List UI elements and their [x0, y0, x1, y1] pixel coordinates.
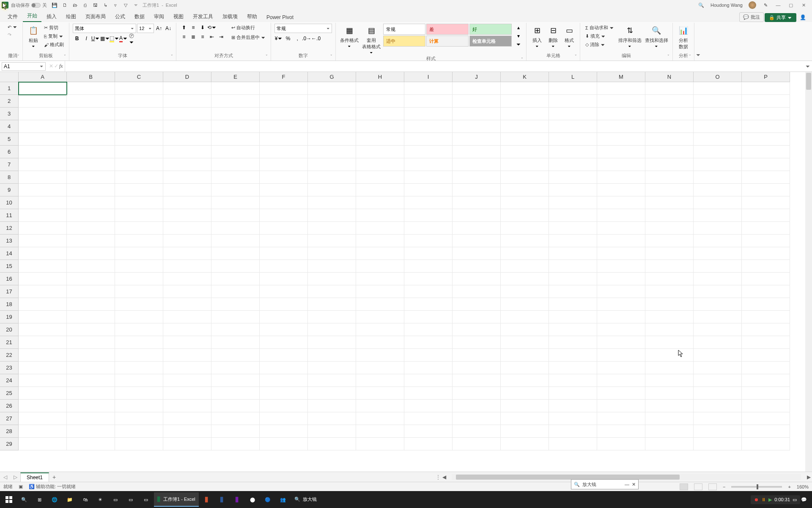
cell[interactable] — [115, 247, 163, 260]
cell[interactable] — [356, 209, 404, 222]
row-header[interactable]: 24 — [0, 374, 19, 387]
sheet-tab[interactable]: Sheet1 — [20, 472, 49, 482]
view-normal-icon[interactable] — [680, 483, 688, 490]
fx-icon[interactable]: fx — [59, 63, 63, 69]
cell[interactable] — [356, 196, 404, 209]
indent-decrease-icon[interactable]: ⇤ — [208, 33, 216, 41]
cell[interactable] — [453, 374, 501, 387]
cell[interactable] — [211, 273, 260, 285]
edge-icon[interactable]: 🌐 — [47, 492, 62, 507]
cell[interactable] — [115, 209, 163, 222]
cell[interactable] — [67, 438, 115, 450]
cell[interactable] — [597, 184, 645, 196]
cell[interactable] — [19, 260, 67, 273]
cell[interactable] — [742, 298, 790, 311]
cell[interactable] — [19, 285, 67, 298]
cell[interactable] — [404, 298, 453, 311]
fill-color-button[interactable]: ⬚⏷ — [110, 35, 118, 42]
cell[interactable] — [115, 260, 163, 273]
cell[interactable] — [742, 146, 790, 158]
cell[interactable] — [501, 108, 549, 120]
taskbar-magnifier[interactable]: 🔍 放大镜 — [291, 492, 320, 507]
cell[interactable] — [19, 336, 67, 349]
analyze-data-button[interactable]: 📊分析 数据 — [676, 24, 691, 51]
cell[interactable] — [742, 120, 790, 133]
cell[interactable] — [115, 222, 163, 235]
cell[interactable] — [742, 222, 790, 235]
cell[interactable] — [501, 133, 549, 146]
cell[interactable] — [694, 285, 742, 298]
cell[interactable] — [67, 222, 115, 235]
cell[interactable] — [260, 171, 308, 184]
cell[interactable] — [211, 260, 260, 273]
cell[interactable] — [742, 400, 790, 412]
cell[interactable] — [404, 387, 453, 400]
border-button[interactable]: ▦⏷ — [101, 35, 109, 42]
cell[interactable] — [211, 400, 260, 412]
cell[interactable] — [115, 158, 163, 171]
cell[interactable] — [211, 311, 260, 323]
search-button[interactable]: 🔍 — [17, 492, 31, 507]
find-select-button[interactable]: 🔍查找和选择⏷ — [644, 24, 669, 49]
cell[interactable] — [694, 260, 742, 273]
cell[interactable] — [453, 158, 501, 171]
cell[interactable] — [163, 82, 211, 95]
cell[interactable] — [645, 285, 694, 298]
cell[interactable] — [404, 108, 453, 120]
cell[interactable] — [163, 438, 211, 450]
add-sheet-button[interactable]: + — [49, 474, 59, 480]
cell[interactable] — [308, 196, 356, 209]
row-header[interactable]: 29 — [0, 438, 19, 450]
cell[interactable] — [694, 374, 742, 387]
cell[interactable] — [597, 158, 645, 171]
comma-icon[interactable]: , — [293, 35, 302, 42]
tab-review[interactable]: 审阅 — [150, 11, 168, 22]
column-header[interactable]: E — [211, 72, 260, 82]
cell[interactable] — [308, 108, 356, 120]
close-icon[interactable]: ✕ — [800, 2, 807, 8]
cell[interactable] — [260, 438, 308, 450]
cell[interactable] — [694, 336, 742, 349]
cell[interactable] — [549, 412, 597, 425]
cell[interactable] — [260, 158, 308, 171]
print-icon[interactable]: ⎙ — [82, 2, 88, 8]
row-header[interactable]: 12 — [0, 222, 19, 235]
cell[interactable] — [67, 336, 115, 349]
autosum-button[interactable]: Σ 自动求和 ⏷ — [584, 24, 616, 32]
vertical-scrollbar[interactable] — [805, 72, 812, 472]
cell[interactable] — [260, 133, 308, 146]
cell[interactable] — [260, 209, 308, 222]
cell[interactable] — [694, 196, 742, 209]
filter-icon[interactable]: ▿ — [112, 2, 119, 8]
cell[interactable] — [404, 362, 453, 374]
gallery-up-icon[interactable]: ▴ — [514, 24, 523, 31]
cell[interactable] — [67, 349, 115, 362]
cell[interactable] — [453, 95, 501, 108]
cell[interactable] — [501, 336, 549, 349]
number-format-dropdown[interactable]: 常规⏷ — [274, 24, 332, 33]
hscroll-right-icon[interactable]: ▶ — [805, 474, 812, 480]
cell[interactable] — [67, 374, 115, 387]
cell[interactable] — [645, 247, 694, 260]
cell[interactable] — [356, 400, 404, 412]
column-header[interactable]: J — [453, 72, 501, 82]
cell[interactable] — [742, 387, 790, 400]
tab-view[interactable]: 视图 — [169, 11, 188, 22]
cell[interactable] — [19, 184, 67, 196]
conditional-format-button[interactable]: ▦条件格式⏷ — [339, 24, 359, 49]
sheet-nav-next-icon[interactable]: ▷ — [10, 474, 20, 480]
enter-icon[interactable]: ✓ — [54, 63, 58, 69]
cell[interactable] — [211, 336, 260, 349]
row-header[interactable]: 26 — [0, 400, 19, 412]
account-icon[interactable]: 👤 — [797, 13, 809, 22]
cell[interactable] — [694, 108, 742, 120]
cell[interactable] — [742, 247, 790, 260]
align-bottom-icon[interactable]: ⬇ — [198, 24, 207, 31]
phonetic-button[interactable]: ㋐⏷ — [129, 35, 137, 42]
cell[interactable] — [308, 171, 356, 184]
cell[interactable] — [501, 247, 549, 260]
app-icon-3[interactable]: ▭ — [139, 492, 153, 507]
cell[interactable] — [597, 273, 645, 285]
system-tray[interactable]: 💬 — [801, 497, 810, 502]
cell[interactable] — [67, 323, 115, 336]
